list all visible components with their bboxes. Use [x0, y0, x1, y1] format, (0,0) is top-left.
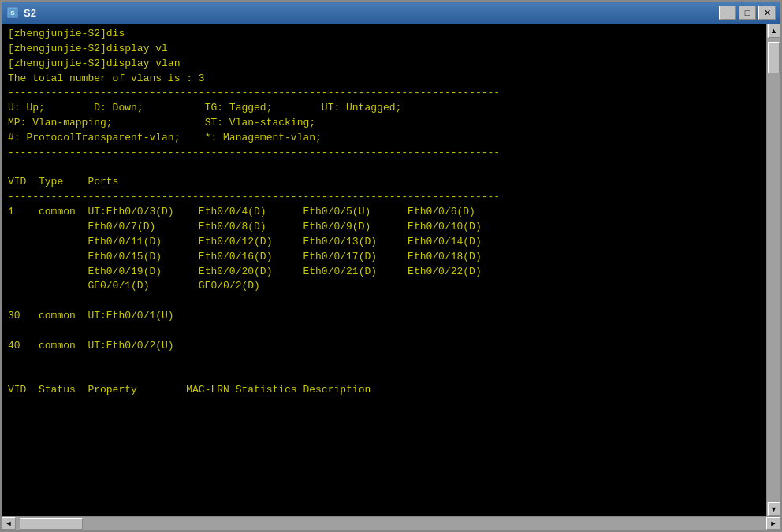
scroll-down-button[interactable]: ▼: [768, 502, 780, 516]
scroll-thumb-horizontal[interactable]: [20, 518, 83, 530]
window-title: S2: [24, 7, 36, 19]
scroll-track-horizontal[interactable]: [16, 517, 766, 530]
scroll-track-vertical[interactable]: [767, 38, 780, 502]
main-window: S S2 ─ □ ✕ [zhengjunjie-S2]dis [zhengjun…: [0, 0, 782, 532]
scroll-right-button[interactable]: ►: [766, 517, 780, 530]
window-body: [zhengjunjie-S2]dis [zhengjunjie-S2]disp…: [2, 24, 780, 516]
scroll-thumb-vertical[interactable]: [768, 42, 780, 73]
app-icon: S: [6, 6, 19, 19]
terminal-output[interactable]: [zhengjunjie-S2]dis [zhengjunjie-S2]disp…: [2, 24, 766, 516]
close-button[interactable]: ✕: [758, 6, 776, 20]
svg-text:S: S: [10, 9, 15, 17]
horizontal-scrollbar: ◄ ►: [2, 516, 780, 530]
minimize-button[interactable]: ─: [719, 6, 736, 20]
title-bar: S S2 ─ □ ✕: [2, 2, 780, 24]
vertical-scrollbar: ▲ ▼: [766, 24, 780, 516]
restore-button[interactable]: □: [739, 6, 756, 20]
scroll-up-button[interactable]: ▲: [768, 24, 780, 38]
scroll-left-button[interactable]: ◄: [2, 517, 16, 530]
window-controls: ─ □ ✕: [719, 6, 776, 20]
title-bar-left: S S2: [6, 6, 36, 19]
